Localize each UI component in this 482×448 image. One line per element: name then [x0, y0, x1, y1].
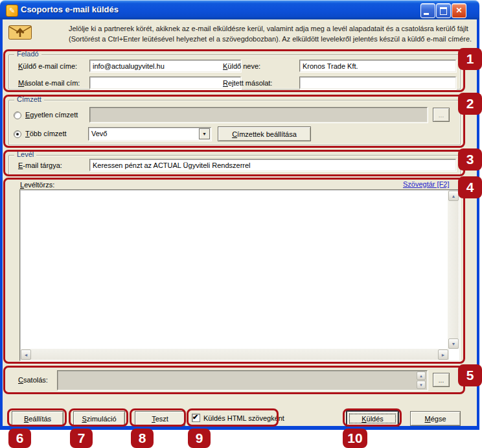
beallitas-label: Beállítás — [24, 415, 51, 423]
kuldo-email-input[interactable] — [89, 60, 241, 72]
egyetlen-cimzett-radio[interactable] — [14, 112, 21, 119]
annotation-badge-5: 5 — [458, 364, 482, 386]
message-body-editor[interactable]: ▲ ▼ ◄ ► — [19, 189, 460, 361]
kuldes-label: Küldés — [362, 415, 384, 423]
horizontal-scrollbar[interactable] — [21, 349, 449, 360]
maximize-icon — [440, 7, 447, 15]
annotation-badge-10: 10 — [343, 429, 367, 448]
egyetlen-browse-button[interactable]: ... — [433, 108, 450, 122]
annotation-badge-4: 4 — [458, 176, 482, 198]
group-felado-legend: Feladó — [14, 50, 41, 58]
teszt-label: Teszt — [152, 415, 168, 423]
annotation-badge-2: 2 — [458, 93, 482, 115]
cimzettek-beallitasa-label: Címzettek beállítása — [232, 130, 297, 138]
megse-label: Mégse — [424, 415, 446, 423]
scroll-up-button[interactable]: ▲ — [448, 191, 459, 201]
html-checkbox-label[interactable]: Küldés HTML szövegként — [203, 414, 284, 422]
egyetlen-cimzett-label[interactable]: Egyetlen címzett — [25, 111, 78, 119]
ellipsis-icon: ... — [439, 112, 444, 119]
csatolas-label: Csatolás: — [18, 376, 48, 384]
beallitas-button[interactable]: Beállítás — [12, 411, 63, 426]
check-icon: ✔ — [192, 413, 198, 421]
szimulacio-label: Szimuláció — [82, 415, 116, 423]
csatolas-browse-button[interactable]: ... — [433, 373, 450, 387]
cimzett-tipus-select[interactable]: Vevő ▼ — [88, 127, 211, 141]
egyetlen-cimzett-input — [89, 107, 428, 123]
tobb-cimzett-label[interactable]: Több címzett — [25, 130, 67, 137]
annotation-badge-7: 7 — [70, 429, 93, 448]
minimize-button[interactable] — [420, 3, 435, 18]
message-body-textarea[interactable] — [21, 191, 449, 349]
close-icon: ✕ — [455, 6, 462, 15]
cimzettek-beallitasa-button[interactable]: Címzettek beállítása — [218, 126, 311, 141]
email-targya-input[interactable] — [89, 159, 456, 171]
scroll-left-button[interactable]: ◄ — [21, 349, 31, 360]
kuldo-neve-label: Küldő neve: — [223, 62, 260, 70]
close-button[interactable]: ✕ — [452, 3, 466, 18]
group-cimzett-legend: Címzett — [14, 95, 44, 103]
window-border-left — [0, 19, 3, 430]
spin-up-button[interactable]: ▲ — [417, 371, 426, 380]
app-icon: ✎ — [6, 5, 18, 17]
annotation-badge-3: 3 — [458, 148, 482, 171]
email-targya-label: E-mail tárgya: — [18, 161, 62, 169]
radio-selected-dot — [16, 133, 19, 136]
chevron-down-icon[interactable]: ▼ — [199, 128, 210, 139]
arrow-down-icon: ▼ — [419, 383, 423, 387]
rejtett-masolat-input[interactable] — [299, 77, 456, 89]
masolat-email-label: Másolat e-mail cím: — [18, 79, 80, 87]
arrow-down-icon: ▼ — [452, 342, 456, 346]
arrow-right-icon: ► — [441, 353, 446, 357]
cimzett-tipus-value: Vevő — [91, 130, 107, 137]
ellipsis-icon: ... — [439, 377, 444, 384]
annotation-badge-8: 8 — [131, 429, 154, 448]
maximize-button[interactable] — [436, 3, 451, 18]
vertical-scrollbar[interactable] — [448, 191, 459, 349]
megse-button[interactable]: Mégse — [410, 411, 461, 426]
arrow-left-icon: ◄ — [24, 353, 29, 357]
kuldo-neve-input[interactable] — [299, 60, 456, 72]
teszt-button[interactable]: Teszt — [135, 411, 185, 426]
group-level-legend: Levél — [14, 150, 36, 158]
html-checkbox[interactable]: ✔ — [192, 414, 200, 422]
send-mail-icon — [8, 23, 32, 43]
leveltorzs-label: Levéltörzs: — [20, 181, 54, 189]
arrow-up-icon: ▲ — [452, 194, 456, 198]
annotation-badge-9: 9 — [188, 429, 211, 448]
window-title: Csoportos e-mail küldés — [21, 0, 119, 19]
annotation-badge-6: 6 — [8, 429, 31, 448]
kuldo-email-label: Küldő e-mail címe: — [18, 62, 77, 70]
rejtett-masolat-label: Rejtett másolat: — [223, 79, 272, 87]
kuldes-button[interactable]: Küldés — [347, 411, 398, 426]
header-description-line1: Jelölje ki a partnerek körét, akiknek az… — [69, 23, 476, 34]
arrow-up-icon: ▲ — [419, 374, 423, 378]
title-bar[interactable]: ✎ Csoportos e-mail küldés ✕ — [0, 0, 479, 19]
masolat-email-input[interactable] — [89, 77, 241, 89]
szimulacio-button[interactable]: Szimuláció — [73, 411, 125, 426]
minimize-icon — [424, 13, 429, 15]
spin-down-button[interactable]: ▼ — [417, 381, 426, 389]
tobb-cimzett-radio[interactable] — [14, 130, 21, 138]
csatolas-input: ▲ ▼ — [57, 370, 428, 390]
annotation-badge-1: 1 — [458, 48, 482, 70]
szovegtar-link[interactable]: Szövegtár [F2] — [403, 180, 450, 188]
scroll-down-button[interactable]: ▼ — [448, 338, 459, 349]
pen-icon: ✎ — [9, 6, 15, 14]
scroll-right-button[interactable]: ► — [438, 349, 448, 360]
header-description-line2: (Sortörést a Ctrl+Enter leütésével helye… — [69, 34, 476, 44]
